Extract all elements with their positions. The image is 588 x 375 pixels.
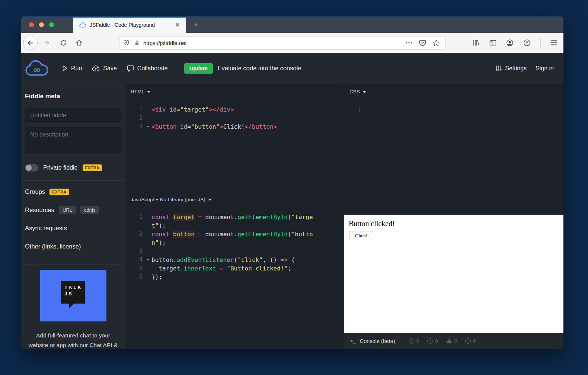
fold-gutter	[145, 114, 151, 122]
js-code-editor[interactable]: 1const target = document.getElementById(…	[125, 213, 344, 281]
code-text[interactable]	[151, 114, 314, 122]
exclaim-circle-icon: !	[465, 338, 471, 344]
new-tab-button[interactable]: +	[191, 20, 201, 30]
result-message: Button clicked!	[349, 219, 559, 228]
fold-gutter	[145, 264, 151, 273]
signin-button[interactable]: Sign in	[536, 65, 554, 72]
forward-button[interactable]	[41, 37, 52, 48]
shield-icon	[123, 39, 130, 46]
console-counter[interactable]: 0	[446, 338, 457, 344]
page-content: Fiddle meta Private fiddle EXTRA GroupsE…	[21, 84, 563, 349]
zoom-window-button[interactable]	[49, 22, 54, 27]
pocket-icon[interactable]	[419, 39, 426, 46]
back-button[interactable]	[23, 36, 38, 50]
code-line: 2	[125, 114, 344, 122]
css-panel-header[interactable]: CSS	[344, 84, 563, 94]
counter-value: 0	[454, 338, 457, 344]
header-tagline: Evaluate code into the console	[218, 65, 301, 72]
save-button[interactable]: Save	[92, 65, 116, 72]
collaborate-button[interactable]: Collaborate	[127, 65, 168, 72]
css-code-editor[interactable]: 1	[344, 106, 563, 115]
console-counter[interactable]: !0	[465, 338, 476, 344]
update-button[interactable]: Update	[184, 63, 213, 74]
counter-value: 0	[435, 338, 438, 344]
account-icon[interactable]	[506, 39, 514, 47]
exclaim-circle-icon: !	[427, 338, 433, 344]
hamburger-menu-icon[interactable]	[550, 40, 557, 46]
js-panel-header[interactable]: JavaScript + No-Library (pure JS)	[125, 192, 344, 202]
code-text[interactable]: });	[151, 273, 314, 281]
html-code-editor[interactable]: 1<div id="target"></div>23<button id="bu…	[125, 105, 344, 131]
console-counter[interactable]: !0	[409, 338, 419, 344]
resource-badge[interactable]: URL	[59, 206, 76, 214]
tab-close-icon[interactable]: ✕	[173, 21, 182, 29]
code-text[interactable]: button.addEventListener("click", () => {	[151, 256, 314, 264]
js-panel: JavaScript + No-Library (pure JS) 1const…	[125, 192, 344, 349]
console-counter[interactable]: !0	[427, 338, 438, 344]
sidebar-toggle-icon[interactable]	[489, 39, 496, 46]
forward-icon	[43, 39, 50, 46]
console-bar[interactable]: >_ Console (beta) !0!00!0	[344, 333, 563, 349]
sidebar-item-other-links-license[interactable]: Other (links, license)	[25, 237, 121, 256]
save-label: Save	[103, 65, 116, 72]
bookmark-star-icon[interactable]	[433, 39, 440, 46]
html-panel-header[interactable]: HTML	[125, 84, 344, 94]
home-button[interactable]	[73, 37, 84, 48]
extension-icon[interactable]	[523, 39, 531, 47]
fold-marker-icon[interactable]	[145, 256, 151, 264]
line-number: 6	[125, 273, 145, 281]
right-column: CSS 1 Button clicked! Click! >_ Console …	[344, 84, 563, 349]
toolbar-separator	[540, 38, 541, 47]
url-bar[interactable]: https://jsfiddle.net	[119, 36, 445, 49]
code-text[interactable]: const button = document.getElementById("…	[151, 230, 314, 247]
private-fiddle-toggle[interactable]	[25, 164, 38, 172]
html-panel: HTML 1<div id="target"></div>23<button i…	[125, 84, 344, 192]
reload-icon	[60, 39, 67, 47]
code-text[interactable]: const target = document.getElementById("…	[151, 213, 314, 230]
code-text[interactable]: <div id="target"></div>	[151, 105, 314, 114]
library-icon[interactable]	[473, 39, 480, 46]
sidebar-item-groups[interactable]: GroupsEXTRA	[25, 183, 121, 201]
sidebar-item-label: Async requests	[25, 225, 67, 232]
desktop: { "browser": { "tab_title": "JSFiddle - …	[0, 0, 588, 375]
sidebar-item-label: Groups	[25, 188, 45, 195]
svg-text:∞: ∞	[33, 64, 41, 75]
warning-triangle-icon	[446, 339, 452, 343]
home-icon	[76, 39, 83, 46]
speech-bubble-icon	[127, 65, 134, 72]
code-text[interactable]	[370, 106, 533, 115]
run-button[interactable]: Run	[62, 65, 82, 72]
play-icon	[62, 65, 68, 71]
sidebar: Fiddle meta Private fiddle EXTRA GroupsE…	[21, 84, 125, 349]
fold-gutter	[364, 106, 370, 115]
code-text[interactable]: target.innerText = "Button clicked!";	[151, 264, 314, 273]
browser-tab[interactable]: ∞ JSFiddle - Code Playground ✕	[73, 17, 186, 33]
talkjs-ad[interactable]: TALK JS Add full-featured chat to your w…	[25, 270, 121, 349]
fold-marker-icon[interactable]	[145, 122, 151, 131]
minimize-window-button[interactable]	[39, 22, 44, 27]
panel-title: HTML	[131, 89, 144, 94]
jsfiddle-logo[interactable]: ∞	[25, 60, 49, 77]
fiddle-description-input[interactable]	[25, 127, 121, 154]
code-line: 4button.addEventListener("click", () => …	[125, 256, 344, 264]
reload-button[interactable]	[58, 37, 69, 48]
window-controls	[29, 22, 54, 27]
page-actions-button[interactable]	[406, 42, 412, 44]
settings-label: Settings	[505, 65, 527, 72]
close-window-button[interactable]	[29, 22, 34, 27]
sidebar-item-resources[interactable]: ResourcesURLcdnjs	[25, 201, 121, 219]
fiddle-title-input[interactable]	[25, 107, 121, 124]
sidebar-divider	[21, 265, 125, 265]
code-line: 5 target.innerText = "Button clicked!";	[125, 264, 344, 273]
sidebar-item-async-requests[interactable]: Async requests	[25, 219, 121, 237]
resource-badge[interactable]: cdnjs	[80, 206, 99, 214]
code-line: 2const button = document.getElementById(…	[125, 230, 344, 247]
lock-icon	[134, 40, 140, 46]
code-text[interactable]	[151, 247, 314, 256]
sidebar-links: GroupsEXTRAResourcesURLcdnjsAsync reques…	[25, 183, 121, 256]
settings-button[interactable]: Settings	[495, 65, 527, 72]
code-text[interactable]: <button id="button">Click!</button>	[151, 122, 314, 131]
sidebar-item-label: Resources	[25, 206, 54, 214]
line-number: 1	[125, 213, 145, 230]
result-click-button[interactable]: Click!	[349, 231, 373, 240]
